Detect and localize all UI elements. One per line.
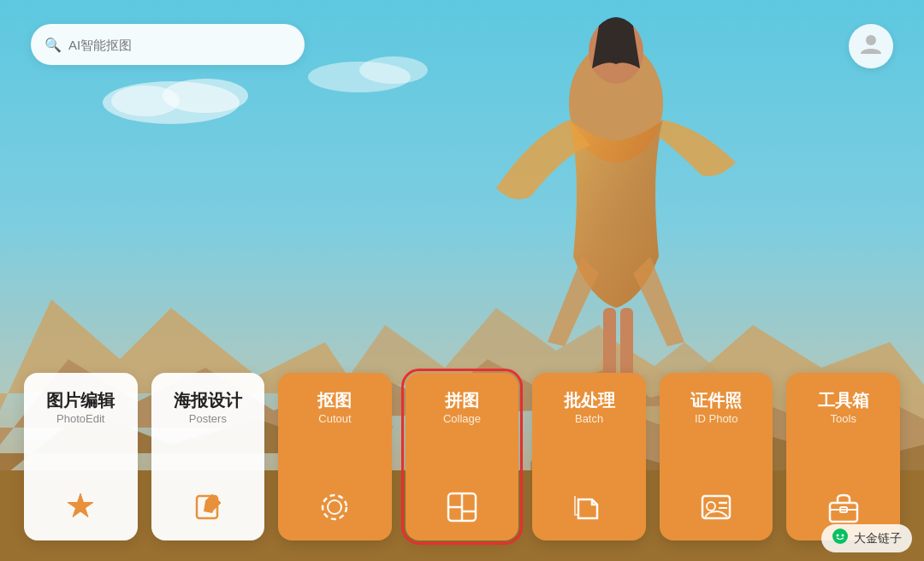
card-subtitle-batch: Batch	[575, 412, 603, 425]
card-title-tools: 工具箱	[818, 390, 869, 410]
card-icon-posters	[190, 489, 226, 525]
search-bar[interactable]: 🔍	[31, 24, 305, 65]
card-text-posters: 海报设计 Posters	[174, 390, 242, 425]
svg-point-27	[837, 534, 839, 537]
tool-card-collage[interactable]: 拼图 Collage	[406, 373, 519, 540]
card-subtitle-photo-edit: PhotoEdit	[56, 412, 104, 425]
card-title-photo-edit: 图片编辑	[46, 390, 115, 410]
card-subtitle-id-photo: ID Photo	[695, 412, 738, 425]
svg-point-13	[323, 495, 346, 519]
search-input[interactable]	[68, 38, 291, 52]
card-title-posters: 海报设计	[174, 390, 242, 410]
svg-point-14	[328, 500, 341, 514]
card-icon-collage	[444, 489, 480, 525]
tool-card-tools[interactable]: 工具箱 Tools	[786, 373, 900, 540]
card-text-batch: 批处理 Batch	[564, 390, 615, 425]
watermark: 大金链子	[821, 524, 912, 552]
wechat-icon	[832, 528, 849, 549]
card-subtitle-posters: Posters	[189, 412, 227, 425]
tool-card-photo-edit[interactable]: 图片编辑 PhotoEdit	[24, 373, 138, 540]
tool-card-batch[interactable]: 批处理 Batch	[532, 373, 646, 540]
card-title-batch: 批处理	[564, 390, 615, 410]
card-icon-photo-edit	[62, 489, 98, 525]
search-icon: 🔍	[44, 37, 62, 53]
card-subtitle-cutout: Cutout	[318, 412, 351, 425]
svg-point-26	[832, 529, 848, 544]
card-icon-cutout	[317, 489, 352, 525]
svg-point-20	[707, 502, 715, 511]
tool-card-cutout[interactable]: 抠图 Cutout	[278, 373, 392, 540]
card-subtitle-collage: Collage	[443, 412, 481, 425]
card-text-photo-edit: 图片编辑 PhotoEdit	[46, 390, 115, 425]
card-text-cutout: 抠图 Cutout	[317, 390, 352, 425]
card-text-collage: 拼图 Collage	[443, 390, 481, 425]
card-title-id-photo: 证件照	[690, 390, 742, 410]
tool-card-id-photo[interactable]: 证件照 ID Photo	[660, 373, 773, 540]
card-icon-batch	[572, 489, 607, 525]
card-title-cutout: 抠图	[317, 390, 352, 410]
user-icon	[859, 32, 883, 62]
tools-grid: 图片编辑 PhotoEdit 海报设计 Posters	[0, 373, 924, 561]
svg-point-28	[842, 534, 844, 537]
card-subtitle-tools: Tools	[831, 412, 856, 425]
card-title-collage: 拼图	[445, 390, 479, 410]
card-text-tools: 工具箱 Tools	[818, 390, 869, 425]
card-icon-tools	[826, 489, 862, 525]
card-text-id-photo: 证件照 ID Photo	[690, 390, 742, 425]
tool-card-posters[interactable]: 海报设计 Posters	[151, 373, 265, 540]
avatar-button[interactable]	[849, 24, 893, 68]
watermark-text: 大金链子	[854, 531, 902, 546]
card-icon-id-photo	[698, 489, 734, 525]
svg-point-11	[866, 35, 876, 45]
